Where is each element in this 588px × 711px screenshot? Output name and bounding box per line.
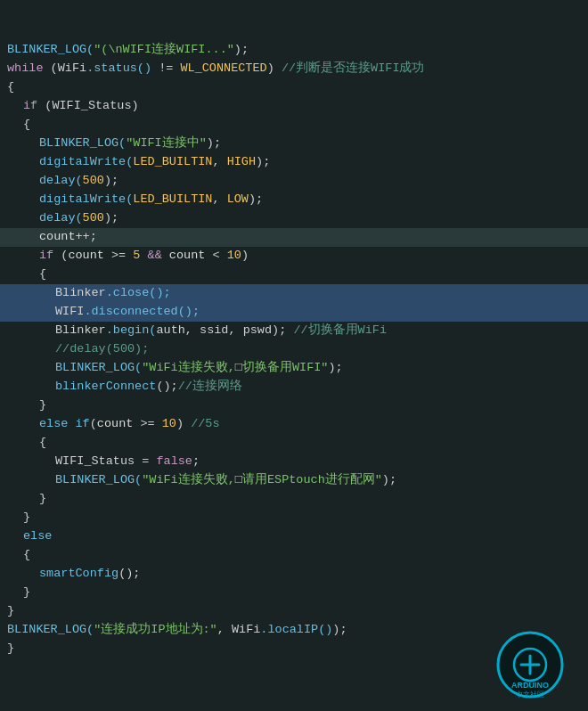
code-token: 500 [83,172,104,191]
code-token: Blinker [55,284,106,303]
code-token: ( [53,247,68,266]
code-token: .begin( [106,322,157,340]
code-token: smartConfig [39,565,118,584]
code-line: { [0,78,588,97]
code-token: count [68,247,104,266]
code-token: , [185,322,200,340]
code-token: } [23,509,30,527]
code-token: , [212,153,226,172]
code-token: digitalWrite( [39,153,133,172]
code-line: } [0,584,588,602]
code-token: false [156,453,192,471]
code-token: auth [156,322,184,340]
code-token: } [23,584,30,602]
code-token: HIGH [227,153,256,172]
code-token: 10 [227,247,241,266]
code-token: ); [332,621,347,640]
code-line: count++; [0,228,588,247]
code-token: "WiFi连接失败, [142,471,235,490]
code-token: //连接网络 [178,378,242,396]
code-token: = [135,453,156,471]
code-token: else [23,527,52,546]
code-token: Blinker [55,322,106,340]
code-token: .status() [86,60,151,78]
code-line: delay(500); [0,209,588,228]
code-line: BLINKER_LOG("WiFi连接失败,□请用ESPtouch进行配网"); [0,471,588,490]
code-token: "WIFI连接中" [126,135,207,153]
code-token: //判断是否连接WIFI成功 [282,60,425,78]
code-token: 10 [162,415,176,434]
code-line: if (count >= 5 && count < 10) [0,247,588,266]
code-token: ( [37,97,52,116]
code-token: >= [133,415,161,434]
code-token: ); [328,359,342,378]
code-token: □ [235,359,242,378]
code-token: BLINKER_LOG( [55,471,142,490]
code-token: ) [132,97,139,116]
code-token: □ [235,471,242,490]
code-token: //切换备用WiFi [293,322,387,340]
code-token: ); [382,471,396,490]
code-token: digitalWrite( [39,191,133,209]
code-token: .localIP() [260,621,332,640]
code-token: blinkerConnect [55,378,156,396]
code-token: } [39,396,46,415]
code-line: } [0,396,588,415]
code-editor: BLINKER_LOG("(\nWIFI连接WIFI...");while (W… [0,0,588,711]
svg-text:中文社区: 中文社区 [516,691,544,699]
code-line: digitalWrite(LED_BUILTIN, LOW); [0,191,588,209]
code-token: delay( [39,209,83,228]
code-token: ); [207,135,221,153]
code-block: BLINKER_LOG("(\nWIFI连接WIFI...");while (W… [0,0,588,662]
code-line: } [0,490,588,509]
svg-text:ARDUINO: ARDUINO [511,681,549,690]
code-token: (); [156,378,177,396]
code-token: if [23,97,37,116]
code-line: WIFI.disconnected(); [0,303,588,322]
code-token: "连接成功IP地址为:" [94,621,217,640]
code-token: 5 [133,247,140,266]
code-token: ssid [200,322,228,340]
code-token: WiFi [232,621,260,640]
code-token: } [7,602,14,621]
code-token: LED_BUILTIN [133,153,212,172]
code-line: { [0,116,588,135]
code-token: BLINKER_LOG( [55,359,142,378]
code-token: ) [176,415,191,434]
code-token: { [7,78,14,97]
code-line: blinkerConnect();//连接网络 [0,378,588,396]
code-token: { [39,266,46,284]
code-token: ++; [76,228,97,247]
code-token: ); [249,191,263,209]
code-token: (); [118,565,140,584]
code-token: pswd [243,322,272,340]
code-token: { [23,116,30,135]
code-line: BLINKER_LOG("WIFI连接中"); [0,135,588,153]
code-token: //delay(500); [55,340,149,359]
code-token: { [39,434,46,453]
code-token: < [205,247,226,266]
code-token: WIFI_Status [55,453,135,471]
code-line: digitalWrite(LED_BUILTIN, HIGH); [0,153,588,172]
code-token: .disconnected(); [84,303,200,322]
code-token: //5s [191,415,219,434]
code-line: BLINKER_LOG("(\nWIFI连接WIFI..."); [0,41,588,60]
code-line: { [0,266,588,284]
code-token: , [212,191,226,209]
code-line: BLINKER_LOG("WiFi连接失败,□切换备用WIFI"); [0,359,588,378]
code-token: ; [192,453,200,471]
code-line: else [0,527,588,546]
code-line: Blinker.close(); [0,284,588,303]
code-line: } [0,509,588,527]
code-token: WIFI_Status [52,97,131,116]
code-token: ) [267,60,282,78]
code-token: "WiFi连接失败, [142,359,235,378]
code-token: ); [104,172,118,191]
code-line: else if(count >= 10) //5s [0,415,588,434]
code-line: while (WiFi.status() != WL_CONNECTED) //… [0,60,588,78]
code-token: } [7,640,14,658]
code-token: BLINKER_LOG( [7,621,94,640]
code-token: >= [104,247,133,266]
code-token: LOW [227,191,249,209]
code-token: WIFI [55,303,84,322]
